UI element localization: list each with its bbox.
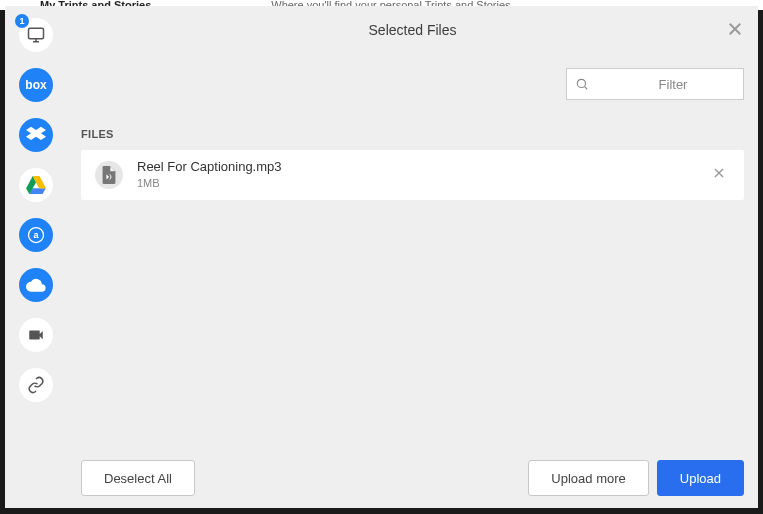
svg-line-8 <box>585 87 588 90</box>
file-picker-modal: 1 box a Selected Files <box>5 6 758 508</box>
files-section-label: FILES <box>67 100 758 150</box>
onedrive-icon <box>26 278 46 292</box>
source-camera[interactable] <box>19 318 53 352</box>
filter-box[interactable] <box>566 68 744 100</box>
content-area: Selected Files FILES Reel For Captioning… <box>67 6 758 508</box>
svg-rect-0 <box>29 28 44 39</box>
source-my-device[interactable]: 1 <box>19 18 53 52</box>
source-google-drive[interactable] <box>19 168 53 202</box>
close-button[interactable] <box>726 20 744 42</box>
close-icon <box>712 166 726 180</box>
file-meta: Reel For Captioning.mp3 1MB <box>137 159 708 190</box>
file-name: Reel For Captioning.mp3 <box>137 159 708 176</box>
filter-row <box>67 54 758 100</box>
link-icon <box>27 376 45 394</box>
source-sidebar: 1 box a <box>5 6 67 508</box>
source-amazon[interactable]: a <box>19 218 53 252</box>
file-list: Reel For Captioning.mp3 1MB <box>67 150 758 200</box>
upload-button[interactable]: Upload <box>657 460 744 496</box>
svg-point-7 <box>577 79 585 87</box>
upload-more-button[interactable]: Upload more <box>528 460 648 496</box>
source-dropbox[interactable] <box>19 118 53 152</box>
modal-footer: Deselect All Upload more Upload <box>67 448 758 508</box>
source-link[interactable] <box>19 368 53 402</box>
source-onedrive[interactable] <box>19 268 53 302</box>
monitor-icon <box>27 26 45 44</box>
video-icon <box>27 326 45 344</box>
filter-input[interactable] <box>589 77 757 92</box>
amazon-icon: a <box>26 225 46 245</box>
file-type-icon-wrap <box>95 161 123 189</box>
box-icon: box <box>25 78 46 92</box>
file-size: 1MB <box>137 176 708 190</box>
dropbox-icon <box>26 125 46 145</box>
svg-text:a: a <box>33 230 39 240</box>
search-icon <box>575 77 589 91</box>
gdrive-icon <box>26 176 46 194</box>
modal-title: Selected Files <box>369 22 457 38</box>
source-box[interactable]: box <box>19 68 53 102</box>
close-icon <box>726 20 744 38</box>
deselect-all-button[interactable]: Deselect All <box>81 460 195 496</box>
remove-file-button[interactable] <box>708 162 730 188</box>
device-badge: 1 <box>15 14 29 28</box>
audio-file-icon <box>101 166 117 184</box>
file-row[interactable]: Reel For Captioning.mp3 1MB <box>81 150 744 200</box>
modal-header: Selected Files <box>67 6 758 54</box>
